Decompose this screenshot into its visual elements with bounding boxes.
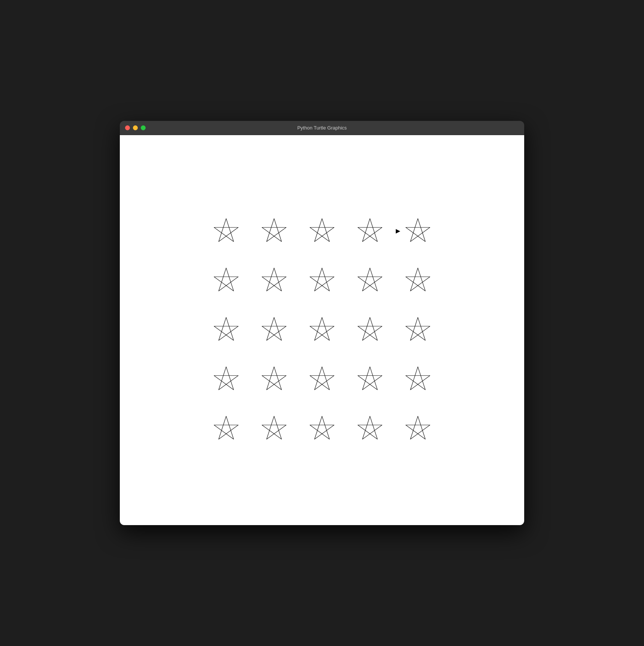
star-cell	[250, 207, 298, 256]
turtle-cursor-icon	[396, 229, 400, 234]
star-icon	[259, 365, 289, 394]
star-icon	[211, 365, 241, 394]
star-icon	[211, 315, 241, 345]
star-cell	[250, 404, 298, 454]
maximize-button[interactable]	[141, 125, 146, 130]
star-cell	[346, 305, 394, 355]
star-icon	[403, 315, 433, 345]
star-cell	[202, 355, 250, 404]
star-icon	[355, 216, 385, 246]
turtle-canvas	[120, 135, 524, 525]
star-icon	[259, 216, 289, 246]
star-cell	[202, 305, 250, 355]
star-icon	[307, 266, 337, 296]
star-cell	[202, 256, 250, 305]
star-icon	[259, 315, 289, 345]
star-cell	[298, 404, 346, 454]
window-title: Python Turtle Graphics	[297, 125, 347, 131]
star-cell	[202, 404, 250, 454]
star-cell	[346, 207, 394, 256]
star-cell	[250, 355, 298, 404]
star-icon	[211, 266, 241, 296]
minimize-button[interactable]	[133, 125, 138, 130]
star-cell	[202, 207, 250, 256]
star-icon	[211, 414, 241, 444]
star-cell	[394, 404, 442, 454]
star-cell	[298, 256, 346, 305]
star-icon	[403, 266, 433, 296]
star-cell	[394, 305, 442, 355]
star-icon	[355, 315, 385, 345]
star-cell	[298, 305, 346, 355]
star-icon	[307, 365, 337, 394]
star-cell	[250, 256, 298, 305]
star-cell	[346, 404, 394, 454]
star-cell	[298, 355, 346, 404]
star-cell	[346, 355, 394, 404]
star-icon	[355, 365, 385, 394]
star-icon	[307, 315, 337, 345]
star-icon	[307, 414, 337, 444]
star-cell	[346, 256, 394, 305]
star-icon	[355, 266, 385, 296]
star-icon	[403, 216, 433, 246]
star-icon	[259, 414, 289, 444]
star-icon	[403, 414, 433, 444]
star-icon	[211, 216, 241, 246]
star-cell	[394, 207, 442, 256]
star-cell	[394, 256, 442, 305]
stars-grid	[202, 207, 442, 454]
traffic-lights	[125, 125, 146, 130]
star-cell	[298, 207, 346, 256]
app-window: Python Turtle Graphics	[120, 121, 524, 525]
star-icon	[403, 365, 433, 394]
star-cell	[250, 305, 298, 355]
title-bar: Python Turtle Graphics	[120, 121, 524, 135]
star-icon	[355, 414, 385, 444]
star-icon	[259, 266, 289, 296]
star-icon	[307, 216, 337, 246]
close-button[interactable]	[125, 125, 130, 130]
star-cell	[394, 355, 442, 404]
